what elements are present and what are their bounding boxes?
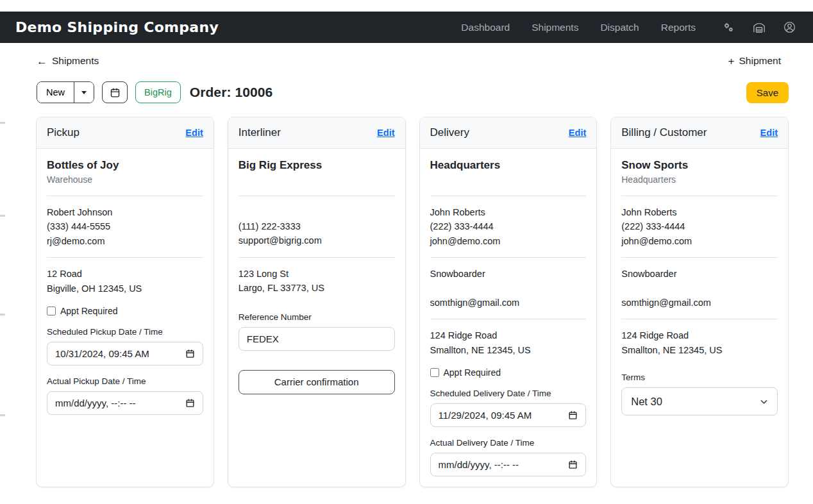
- back-link-label: Shipments: [52, 55, 99, 67]
- nav-item-shipments[interactable]: Shipments: [532, 22, 578, 33]
- divider: [47, 257, 203, 258]
- interliner-contact-email: support@bigrig.com: [239, 233, 395, 248]
- pickup-appt-required-checkbox[interactable]: [47, 307, 56, 315]
- interliner-contact-name: [239, 205, 395, 219]
- divider: [47, 196, 203, 196]
- billing-customer-card: Billing / Customer Edit Snow Sports Head…: [610, 117, 789, 487]
- billing-address-line2: Smallton, NE 12345, US: [621, 343, 778, 357]
- divider: [621, 196, 778, 196]
- billing-card-title: Billing / Customer: [621, 126, 707, 139]
- delivery-address-line2: Smallton, NE 12345, US: [430, 343, 587, 357]
- billing-terms-select[interactable]: Net 30: [621, 387, 778, 416]
- delivery-contact-phone: (222) 333-4444: [430, 219, 587, 233]
- calendar-picker-icon[interactable]: [185, 398, 195, 408]
- add-shipment-button[interactable]: + Shipment: [728, 55, 781, 67]
- delivery-appt-required-checkbox[interactable]: [430, 368, 439, 377]
- divider: [239, 257, 395, 258]
- delivery-company-name: Headquarters: [430, 158, 587, 173]
- pickup-address-line1: 12 Road: [47, 267, 203, 281]
- delivery-scheduled-label: Scheduled Delivery Date / Time: [430, 389, 587, 398]
- interliner-contact-phone: (111) 222-3333: [239, 219, 395, 233]
- delivery-contact2-name: Snowboarder: [430, 267, 587, 281]
- pickup-actual-datetime-value: mm/dd/yyyy, --:-- --: [55, 398, 136, 408]
- delivery-actual-datetime-input[interactable]: mm/dd/yyyy, --:-- --: [430, 453, 587, 476]
- interliner-reference-label: Reference Number: [239, 312, 395, 322]
- left-edge-tick: [0, 215, 5, 217]
- pickup-address-line2: Bigville, OH 12345, US: [47, 281, 203, 296]
- caret-down-icon: [81, 91, 87, 94]
- add-shipment-label: Shipment: [739, 55, 781, 67]
- delivery-appt-required-label[interactable]: Appt Required: [444, 367, 501, 378]
- left-edge-tick: [0, 314, 5, 315]
- save-button[interactable]: Save: [746, 82, 789, 103]
- delivery-contact-email: john@demo.com: [430, 234, 587, 248]
- billing-contact2-email: somthign@gmail.com: [621, 296, 778, 310]
- delivery-contact-name: John Roberts: [430, 205, 587, 219]
- billing-card-header: Billing / Customer Edit: [611, 117, 788, 149]
- nav-icon-group: [721, 21, 796, 34]
- warehouse-icon[interactable]: [752, 21, 766, 34]
- delivery-company-location: [430, 173, 587, 187]
- nav-item-reports[interactable]: Reports: [661, 22, 696, 33]
- pickup-appt-required-row: Appt Required: [47, 306, 203, 316]
- status-dropdown-toggle[interactable]: [74, 82, 94, 103]
- billing-terms-value: Net 30: [631, 396, 662, 408]
- main-nav: Dashboard Shipments Dispatch Reports: [461, 22, 696, 33]
- interliner-edit-link[interactable]: Edit: [377, 128, 394, 138]
- calendar-picker-icon[interactable]: [185, 349, 195, 358]
- delivery-actual-datetime-value: mm/dd/yyyy, --:-- --: [439, 459, 519, 470]
- bigrig-badge-button[interactable]: BigRig: [135, 81, 181, 103]
- user-circle-icon[interactable]: [783, 21, 796, 34]
- brand-logo[interactable]: Demo Shipping Company: [15, 19, 219, 35]
- pickup-contact-name: Robert Johnson: [47, 205, 203, 219]
- settings-gears-icon[interactable]: [721, 21, 735, 34]
- pickup-scheduled-datetime-value: 10/31/2024, 09:45 AM: [55, 348, 149, 359]
- interliner-reference-input[interactable]: [239, 327, 395, 351]
- pickup-appt-required-label[interactable]: Appt Required: [60, 306, 118, 316]
- pickup-company-name: Bottles of Joy: [47, 158, 203, 173]
- pickup-scheduled-datetime-input[interactable]: 10/31/2024, 09:45 AM: [47, 342, 203, 365]
- billing-contact-email: john@demo.com: [621, 234, 778, 248]
- divider: [430, 196, 587, 196]
- delivery-edit-link[interactable]: Edit: [569, 128, 586, 138]
- back-to-shipments-link[interactable]: ← Shipments: [37, 55, 99, 67]
- billing-company-location: Headquarters: [621, 173, 778, 187]
- interliner-company-location: [239, 173, 395, 187]
- interliner-card-body: Big Rig Express (111) 222-3333 support@b…: [228, 149, 405, 404]
- billing-contact2-name: Snowboarder: [621, 267, 778, 281]
- divider: [239, 196, 395, 196]
- pickup-contact-email: rj@demo.com: [47, 234, 203, 248]
- interliner-address-line1: 123 Long St: [239, 267, 395, 281]
- pickup-edit-link[interactable]: Edit: [185, 128, 203, 138]
- calendar-picker-icon[interactable]: [568, 460, 578, 469]
- billing-contact-name: John Roberts: [621, 205, 778, 219]
- calendar-picker-icon[interactable]: [568, 410, 578, 420]
- billing-card-body: Snow Sports Headquarters John Roberts (2…: [611, 149, 788, 425]
- status-new-button[interactable]: New: [37, 82, 74, 103]
- interliner-address-line2: Largo, FL 33773, US: [239, 281, 395, 295]
- chevron-down-icon: [760, 398, 768, 406]
- calendar-button[interactable]: [102, 81, 128, 103]
- delivery-contact2-email: somthign@gmail.com: [430, 296, 587, 310]
- order-cards-grid: Pickup Edit Bottles of Joy Warehouse Rob…: [36, 117, 789, 487]
- billing-company-name: Snow Sports: [621, 158, 778, 173]
- pickup-company-location: Warehouse: [47, 173, 203, 187]
- pickup-actual-datetime-input[interactable]: mm/dd/yyyy, --:-- --: [47, 391, 203, 415]
- delivery-scheduled-datetime-input[interactable]: 11/29/2024, 09:45 AM: [430, 403, 587, 427]
- delivery-card-body: Headquarters John Roberts (222) 333-4444…: [420, 149, 597, 486]
- delivery-address-line1: 124 Ridge Road: [430, 328, 587, 342]
- divider: [430, 257, 587, 258]
- carrier-confirmation-button[interactable]: Carrier confirmation: [239, 370, 395, 394]
- nav-item-dashboard[interactable]: Dashboard: [461, 22, 510, 33]
- delivery-card: Delivery Edit Headquarters John Roberts …: [419, 117, 598, 487]
- delivery-card-title: Delivery: [430, 126, 469, 139]
- billing-contact2-phone: [621, 281, 778, 296]
- nav-item-dispatch[interactable]: Dispatch: [600, 22, 639, 33]
- interliner-company-name: Big Rig Express: [239, 158, 395, 173]
- pickup-card: Pickup Edit Bottles of Joy Warehouse Rob…: [36, 117, 214, 487]
- billing-edit-link[interactable]: Edit: [760, 128, 778, 138]
- delivery-card-header: Delivery Edit: [420, 117, 597, 149]
- pickup-scheduled-label: Scheduled Pickup Date / Time: [47, 327, 203, 337]
- left-edge-tick: [0, 414, 5, 416]
- billing-terms-label: Terms: [621, 373, 778, 382]
